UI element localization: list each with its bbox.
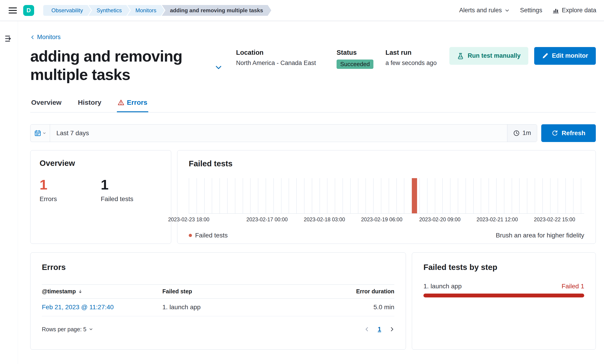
column-header-failed-step: Failed step — [162, 288, 326, 295]
pagination-page-1[interactable]: 1 — [378, 326, 381, 333]
warning-icon — [118, 99, 124, 106]
run-test-manually-button[interactable]: Run test manually — [449, 47, 528, 65]
failed-tests-by-step-panel: Failed tests by step 1. launch app Faile… — [412, 253, 596, 350]
chevron-left-icon[interactable] — [365, 327, 370, 332]
refresh-icon — [552, 130, 558, 136]
chevron-down-icon — [43, 132, 46, 135]
step-failed-count: Failed 1 — [562, 283, 584, 290]
column-header-error-duration: Error duration — [326, 288, 394, 295]
failed-tests-count-label: Failed tests — [101, 195, 162, 203]
chevron-right-icon[interactable] — [389, 327, 394, 332]
x-axis-tick: 2023-02-22 15:00 — [534, 217, 575, 223]
rows-per-page-button[interactable]: Rows per page: 5 — [42, 326, 93, 333]
alerts-and-rules-menu[interactable]: Alerts and rules — [459, 7, 510, 14]
overview-panel-title: Overview — [39, 158, 162, 168]
failed-tests-panel-title: Failed tests — [189, 159, 584, 168]
errors-count: 1 — [39, 178, 101, 192]
errors-count-label: Errors — [39, 195, 101, 203]
chart-legend-failed-tests[interactable]: Failed tests — [189, 232, 228, 239]
status-label: Status — [337, 49, 385, 56]
breadcrumb-observability[interactable]: Observability — [43, 5, 91, 16]
location-value: North America - Canada East — [236, 60, 337, 67]
location-label: Location — [236, 49, 337, 56]
docked-menu-icon[interactable] — [4, 34, 13, 43]
error-failed-step: 1. launch app — [162, 303, 326, 311]
last-run-value: a few seconds ago — [385, 60, 437, 67]
clock-icon — [513, 130, 520, 136]
table-row: Feb 21, 2023 @ 11:27:40 1. launch app 5.… — [42, 299, 394, 316]
step-failure-bar — [423, 293, 584, 297]
beaker-icon — [457, 52, 464, 59]
errors-stat: 1 Errors — [39, 178, 101, 203]
date-quick-select-button[interactable] — [30, 124, 50, 142]
breadcrumb-current: adding and removing multiple tasks — [162, 5, 271, 16]
space-avatar[interactable]: D — [23, 5, 34, 16]
refresh-interval-button[interactable]: 1m — [507, 124, 537, 142]
brush-hint: Brush an area for higher fidelity — [496, 232, 584, 239]
column-header-timestamp[interactable]: @timestamp — [42, 288, 162, 295]
monitor-tabs: Overview History Errors — [30, 99, 596, 112]
failed-tests-chart[interactable]: 2023-02-17 00:00 2023-02-18 03:00 2023-0… — [189, 178, 584, 214]
x-axis-tick: 2023-02-23 18:00 — [168, 217, 209, 223]
date-range-picker: Last 7 days 1m — [30, 124, 537, 142]
tab-overview[interactable]: Overview — [30, 99, 62, 112]
edit-monitor-button[interactable]: Edit monitor — [534, 47, 596, 65]
date-range-value[interactable]: Last 7 days — [56, 130, 89, 137]
failed-tests-count: 1 — [101, 178, 162, 192]
chevron-down-icon — [89, 328, 93, 331]
chevron-left-icon — [30, 35, 35, 39]
x-axis-tick: 2023-02-17 00:00 — [247, 217, 288, 223]
error-duration: 5.0 min — [326, 303, 394, 311]
step-label: 1. launch app — [423, 283, 462, 290]
top-header: D Observability Synthetics Monitors addi… — [0, 0, 604, 21]
back-to-monitors-link[interactable]: Monitors — [30, 34, 61, 41]
main-content: Monitors adding and removing multiple ta… — [18, 21, 604, 350]
monitor-select-chevron-down-icon[interactable] — [215, 64, 222, 71]
x-axis-tick: 2023-02-20 09:00 — [419, 217, 461, 223]
failed-tests-chart-bar — [412, 178, 417, 213]
x-axis-tick: 2023-02-18 03:00 — [304, 217, 345, 223]
breadcrumb-synthetics[interactable]: Synthetics — [88, 5, 130, 16]
pagination: 1 — [365, 326, 394, 333]
overview-panel: Overview 1 Errors 1 Failed tests — [30, 150, 171, 244]
breadcrumb-monitors[interactable]: Monitors — [127, 5, 164, 16]
pencil-icon — [542, 53, 548, 59]
explore-data-link[interactable]: Explore data — [553, 7, 596, 14]
errors-table: @timestamp Failed step Error duration Fe… — [42, 284, 394, 316]
failed-tests-panel: Failed tests 2023-02-17 00:00 2023-02-18… — [177, 150, 596, 244]
explore-data-icon — [553, 7, 559, 14]
menu-icon[interactable] — [8, 5, 18, 15]
last-run-label: Last run — [385, 49, 437, 56]
calendar-icon — [34, 130, 41, 136]
sort-down-icon — [78, 289, 83, 294]
step-item: 1. launch app Failed 1 — [423, 283, 584, 297]
status-badge: Succeeded — [337, 60, 373, 69]
chevron-down-icon — [505, 8, 510, 13]
alerts-and-rules-label: Alerts and rules — [459, 7, 502, 14]
explore-data-label: Explore data — [562, 7, 596, 14]
errors-panel-title: Errors — [42, 263, 394, 272]
breadcrumb: Observability Synthetics Monitors adding… — [43, 5, 271, 16]
page-title: adding and removing multiple tasks — [30, 47, 212, 84]
failed-tests-stat: 1 Failed tests — [101, 178, 162, 203]
x-axis-tick: 2023-02-19 06:00 — [361, 217, 403, 223]
tab-errors[interactable]: Errors — [117, 99, 148, 112]
x-axis-tick: 2023-02-21 12:00 — [477, 217, 518, 223]
refresh-button[interactable]: Refresh — [541, 124, 596, 142]
errors-panel: Errors @timestamp Failed step Error dura… — [30, 253, 406, 350]
monitor-meta: Location North America - Canada East Sta… — [236, 47, 437, 69]
collapsed-sidebar — [0, 21, 18, 364]
tab-history[interactable]: History — [77, 99, 102, 112]
legend-dot — [189, 234, 192, 237]
failed-tests-by-step-title: Failed tests by step — [423, 263, 584, 272]
error-timestamp-link[interactable]: Feb 21, 2023 @ 11:27:40 — [42, 303, 114, 311]
settings-link[interactable]: Settings — [520, 7, 542, 14]
